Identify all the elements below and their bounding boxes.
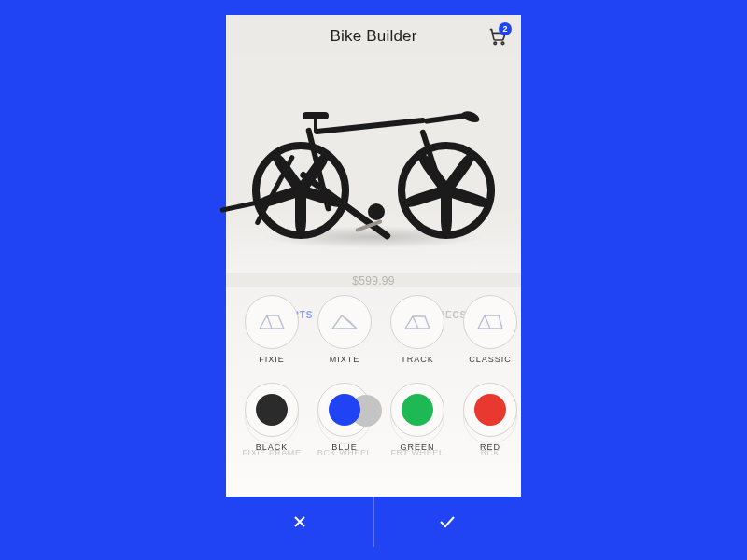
frame-option-track[interactable]: TRACK	[381, 295, 454, 364]
color-option-label: BLACK	[235, 442, 308, 452]
svg-point-0	[494, 42, 497, 45]
color-option-blue[interactable]: BLUE	[308, 383, 381, 452]
color-option-black[interactable]: BLACK	[235, 383, 308, 452]
color-option-green[interactable]: GREEN	[381, 383, 454, 452]
color-option-label: BLUE	[308, 442, 381, 452]
frame-mixte-icon	[329, 312, 360, 332]
bike-illustration	[252, 86, 495, 245]
front-wheel-icon	[398, 142, 495, 239]
frame-fixie-icon	[256, 312, 288, 332]
color-option-red[interactable]: RED	[454, 383, 521, 452]
frame-option-label: FIXIE	[235, 355, 308, 364]
confirm-button[interactable]	[374, 497, 522, 547]
frame-option-classic[interactable]: CLASSIC	[454, 295, 521, 364]
frame-track-icon	[402, 312, 433, 332]
swatch-green	[402, 394, 433, 426]
header: Bike Builder 2	[226, 15, 521, 58]
cart-button[interactable]: 2	[487, 26, 508, 47]
page-title: Bike Builder	[330, 27, 416, 46]
swatch-red	[474, 394, 506, 426]
app-screen: Bike Builder 2	[226, 15, 521, 547]
frame-classic-icon	[474, 312, 506, 332]
color-option-label: GREEN	[381, 442, 454, 452]
frame-option-fixie[interactable]: FIXIE	[235, 295, 308, 364]
frame-option-label: MIXTE	[308, 355, 381, 364]
bike-preview	[226, 58, 521, 273]
color-row[interactable]: BLACK BLUE GREEN RED	[226, 383, 521, 452]
check-icon	[438, 514, 457, 529]
frame-option-mixte[interactable]: MIXTE	[308, 295, 381, 364]
cancel-button[interactable]	[226, 497, 374, 547]
frame-option-label: TRACK	[381, 355, 454, 364]
frame-type-row[interactable]: FIXIE MIXTE TRACK CLASSIC	[226, 295, 521, 364]
options-panel: PARTS SPECS FIXIE FRAME BCK WHEEL FRT WH…	[226, 287, 521, 497]
swatch-black	[256, 394, 288, 426]
cart-badge: 2	[499, 22, 512, 35]
frame-option-label: CLASSIC	[454, 355, 521, 364]
rear-wheel-icon	[252, 142, 349, 239]
svg-point-1	[501, 42, 504, 45]
swatch-blue	[329, 394, 360, 426]
action-bar	[226, 497, 521, 547]
close-icon	[291, 513, 308, 530]
color-option-label: RED	[454, 442, 521, 452]
price: $599.99	[226, 274, 521, 287]
